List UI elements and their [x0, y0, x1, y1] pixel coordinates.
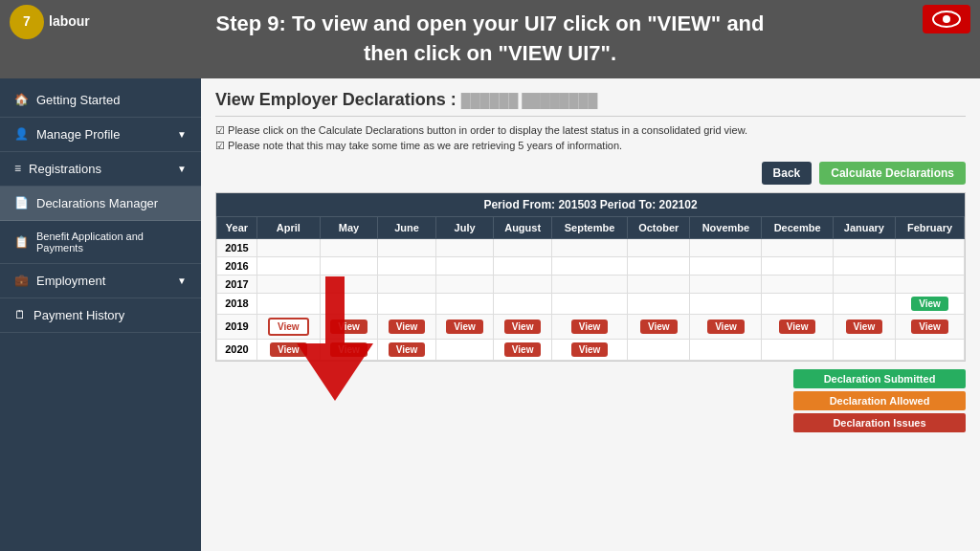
registrations-icon: ≡: [14, 162, 21, 175]
col-april: April: [256, 216, 320, 238]
view-button-2019-feb[interactable]: View: [911, 320, 948, 334]
col-august: August: [494, 216, 552, 238]
employer-id: ██████ ████████: [461, 93, 598, 108]
year-2019: 2019: [217, 314, 257, 339]
table-row: 2017: [217, 275, 965, 293]
content-area: View Employer Declarations : ██████ ████…: [201, 78, 980, 551]
view-button-2020-jun[interactable]: View: [389, 342, 426, 357]
sidebar-item-employment[interactable]: 💼 Employment ▼: [0, 264, 201, 298]
back-button[interactable]: Back: [762, 162, 813, 185]
view-button-2019-may[interactable]: View: [330, 320, 368, 334]
view-button-2020-may[interactable]: View: [330, 342, 368, 357]
view-button-2020-aug[interactable]: View: [504, 342, 542, 357]
col-february: February: [896, 216, 965, 238]
sidebar-item-registrations[interactable]: ≡ Registrations ▼: [0, 152, 201, 187]
home-icon: 🏠: [14, 93, 29, 106]
sidebar-label-registrations: Registrations: [29, 162, 101, 176]
declarations-icon: 📄: [14, 196, 29, 209]
view-button-2020-sep[interactable]: View: [571, 342, 609, 357]
view-button-2019-apr[interactable]: View: [268, 318, 309, 336]
view-button-2019-jan[interactable]: View: [846, 320, 883, 334]
chevron-down-icon: ▼: [177, 129, 187, 140]
sidebar-label-employment: Employment: [36, 274, 105, 288]
col-october: October: [628, 216, 690, 238]
logo-left: 7 labour: [10, 5, 90, 39]
instruction-banner: 7 labour Step 9: To view and open your U…: [0, 0, 980, 78]
calculate-declarations-button[interactable]: Calculate Declarations: [819, 162, 966, 185]
sidebar-item-benefit-application[interactable]: 📋 Benefit Application and Payments: [0, 221, 201, 264]
info-notes: Please click on the Calculate Declaratio…: [215, 124, 966, 152]
view-button-2019-jun[interactable]: View: [389, 320, 426, 334]
main-layout: 🏠 Getting Started 👤 Manage Profile ▼ ≡ R…: [0, 78, 980, 551]
sidebar-item-getting-started[interactable]: 🏠 Getting Started: [0, 83, 201, 118]
view-button-2019-dec[interactable]: View: [779, 320, 816, 334]
sidebar: 🏠 Getting Started 👤 Manage Profile ▼ ≡ R…: [0, 78, 201, 551]
employment-icon: 💼: [14, 274, 29, 287]
sidebar-label-declarations-manager: Declarations Manager: [36, 196, 158, 210]
year-2020: 2020: [217, 339, 257, 360]
view-button-2019-jul[interactable]: View: [446, 320, 483, 334]
col-september: Septembe: [551, 216, 627, 238]
legend-issues: Declaration Issues: [793, 413, 966, 432]
view-button-2019-nov[interactable]: View: [707, 320, 745, 334]
content-wrapper: View Employer Declarations : ██████ ████…: [215, 90, 966, 432]
col-december: Decembe: [762, 216, 833, 238]
table-header-row: Year April May June July August Septembe…: [217, 216, 965, 238]
table-row: 2019 View View View View View View View …: [217, 314, 965, 339]
view-button-2019-sep[interactable]: View: [571, 320, 609, 334]
col-july: July: [435, 216, 494, 238]
chevron-down-icon-3: ▼: [177, 276, 187, 286]
sidebar-label-getting-started: Getting Started: [36, 93, 120, 107]
sidebar-item-payment-history[interactable]: 🗒 Payment History: [0, 298, 201, 333]
view-button-2018-feb[interactable]: View: [911, 297, 948, 311]
period-header: Period From: 201503 Period To: 202102: [216, 193, 965, 216]
table-row: 2015: [217, 238, 965, 256]
col-november: Novembe: [690, 216, 762, 238]
legend-submitted: Declaration Submitted: [793, 369, 966, 388]
sidebar-label-payment-history: Payment History: [33, 308, 124, 322]
action-row: Back Calculate Declarations: [215, 162, 966, 185]
sidebar-label-benefit: Benefit Application and Payments: [36, 231, 187, 253]
logo-icon: 7: [10, 5, 44, 39]
table-row: 2020 View View View View View: [217, 339, 965, 360]
logo-right: [923, 5, 970, 33]
legend-allowed: Declaration Allowed: [793, 391, 966, 410]
declarations-table: Year April May June July August Septembe…: [216, 216, 965, 361]
table-row: 2018 View: [217, 293, 965, 314]
profile-icon: 👤: [14, 127, 29, 141]
view-button-2019-oct[interactable]: View: [640, 320, 678, 334]
svg-point-1: [943, 15, 950, 23]
benefit-icon: 📋: [14, 235, 29, 249]
declarations-table-wrapper: Period From: 201503 Period To: 202102 Ye…: [215, 192, 966, 362]
chevron-down-icon-2: ▼: [177, 164, 187, 174]
col-june: June: [378, 216, 436, 238]
page-title: View Employer Declarations : ██████ ████…: [215, 90, 966, 117]
payment-icon: 🗒: [14, 308, 26, 321]
year-2015: 2015: [217, 238, 257, 256]
info-note-1: Please click on the Calculate Declaratio…: [215, 124, 966, 137]
view-button-2019-aug[interactable]: View: [504, 320, 542, 334]
sidebar-item-manage-profile[interactable]: 👤 Manage Profile ▼: [0, 118, 201, 152]
sidebar-label-manage-profile: Manage Profile: [36, 127, 120, 142]
view-button-2020-apr[interactable]: View: [270, 342, 307, 357]
year-2016: 2016: [217, 256, 257, 275]
col-january: January: [833, 216, 895, 238]
legend: Declaration Submitted Declaration Allowe…: [215, 369, 966, 432]
sidebar-item-declarations-manager[interactable]: 📄 Declarations Manager: [0, 187, 201, 221]
table-row: 2016: [217, 256, 965, 275]
col-may: May: [320, 216, 378, 238]
year-2018: 2018: [217, 293, 257, 314]
logo-text: labour: [49, 12, 90, 32]
instruction-text: Step 9: To view and open your UI7 click …: [19, 10, 961, 69]
col-year: Year: [217, 216, 257, 238]
year-2017: 2017: [217, 275, 257, 293]
info-note-2: Please note that this may take some time…: [215, 140, 966, 152]
